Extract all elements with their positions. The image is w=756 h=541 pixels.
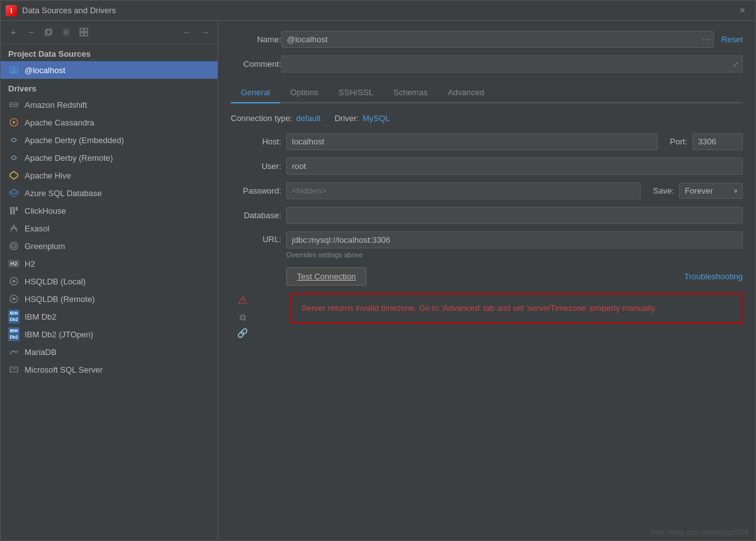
svg-marker-12 [10,172,18,179]
settings-button[interactable] [59,25,74,40]
driver-label-h2: H2 [25,259,35,269]
url-row: URL: [231,231,743,248]
driver-label-ibm-db2: IBM Db2 [25,312,57,322]
tab-options[interactable]: Options [280,83,329,103]
reset-button[interactable]: Reset [721,35,743,44]
driver-item-apache-derby-remote[interactable]: Apache Derby (Remote) [1,149,218,166]
save-label: Save: [653,186,674,195]
driver-label-mariadb: MariaDB [25,347,57,357]
copy-button[interactable] [41,25,56,40]
error-warning-icon: ⚠ [238,293,248,307]
conn-type-label: Connection type: [231,113,293,123]
database-input[interactable] [286,207,743,224]
comment-label: Comment: [231,59,281,69]
expand-icon[interactable]: ⤢ [733,60,739,69]
add-button[interactable]: + [6,25,21,40]
driver-item-azure-sql[interactable]: Azure SQL Database [1,184,218,202]
save-select[interactable]: Forever Until restart Never [679,183,743,199]
host-port-row: Host: Port: [231,133,743,150]
conn-type-row: Connection type: default Driver: MySQL [231,113,743,123]
driver-item-greenplum[interactable]: Greenplum [1,237,218,255]
greenplum-icon [8,240,20,252]
driver-item-hsqldb-local[interactable]: HSQLDB (Local) [1,272,218,290]
drivers-section-title: Drivers [1,79,218,96]
close-button[interactable]: × [735,3,750,19]
error-copy-icon[interactable]: ⧉ [240,312,246,323]
comment-input-wrap: ⤢ [281,55,743,73]
conn-type-value[interactable]: default [296,113,321,123]
svg-rect-15 [16,207,18,211]
svg-rect-4 [84,28,88,32]
driver-item-ibm-db2-jtopen[interactable]: IBMDb2 IBM Db2 (JTOpen) [1,325,218,343]
apache-hive-icon [8,170,20,181]
troubleshooting-link[interactable]: Troubleshooting [684,272,743,281]
error-message-box: Server returns invalid timezone. Go to '… [290,293,743,323]
host-input[interactable] [286,133,658,150]
error-area: ⚠ ⧉ 🔗 Server returns invalid timezone. G… [259,293,743,323]
apache-cassandra-icon [8,117,20,128]
driver-label-apache-cassandra: Apache Cassandra [25,118,95,127]
port-input[interactable] [692,133,743,150]
driver-label-apache-derby-embedded: Apache Derby (Embedded) [25,136,124,145]
tab-schemas[interactable]: Schemas [383,83,438,103]
driver-item-clickhouse[interactable]: ClickHouse [1,202,218,219]
user-row: User: [231,158,743,175]
name-input[interactable] [281,31,714,48]
svg-rect-0 [45,30,50,35]
driver-item-mariadb[interactable]: MariaDB [1,343,218,361]
svg-point-2 [65,31,67,33]
svg-rect-1 [47,29,52,34]
driver-label-exasol: Exasol [25,224,49,233]
port-label: Port: [670,137,687,146]
sidebar-toolbar: + − [1,21,218,44]
driver-item-apache-hive[interactable]: Apache Hive [1,166,218,184]
forward-button[interactable]: → [197,25,212,40]
driver-item-apache-derby-embedded[interactable]: Apache Derby (Embedded) [1,131,218,149]
amazon-redshift-icon [8,99,20,110]
ibm-db2-jtopen-icon: IBMDb2 [8,329,20,340]
remove-button[interactable]: − [23,25,38,40]
driver-label-mssql: Microsoft SQL Server [25,365,103,375]
database-row: Database: [231,207,743,224]
driver-item-apache-cassandra[interactable]: Apache Cassandra [1,113,218,131]
name-label: Name: [231,35,281,44]
driver-label-hsqldb-local: HSQLDB (Local) [25,277,86,286]
driver-item-amazon-redshift[interactable]: Amazon Redshift [1,96,218,113]
tab-advanced[interactable]: Advanced [438,83,494,103]
tab-general[interactable]: General [231,83,280,103]
password-row: Password: Save: Forever Until restart Ne… [231,182,743,199]
url-hint: Overrides settings above [286,251,743,259]
driver-item-h2[interactable]: H2 H2 [1,255,218,272]
driver-label-greenplum: Greenplum [25,241,65,251]
mariadb-icon [8,346,20,358]
svg-point-19 [10,242,18,250]
watermark: https://blog.csdn.net/dongzh029 [650,528,748,536]
tab-ssh-ssl[interactable]: SSH/SSL [329,83,383,103]
password-input[interactable] [286,182,641,199]
project-item-localhost[interactable]: @localhost [1,61,218,79]
layout-button[interactable] [76,25,91,40]
name-input-ellipsis-icon: ⋯ [702,35,710,44]
clickhouse-icon [8,205,20,216]
url-input[interactable] [286,231,743,248]
sidebar: + − [1,21,218,540]
save-select-wrap: Forever Until restart Never ▼ [679,183,743,199]
svg-rect-14 [13,207,15,214]
svg-point-20 [12,244,16,248]
driver-item-exasol[interactable]: Exasol [1,219,218,237]
back-button[interactable]: ← [180,25,195,40]
main-content: + − [1,21,755,540]
user-input[interactable] [286,158,743,175]
error-link-icon[interactable]: 🔗 [237,328,248,338]
database-label: Database: [231,211,281,220]
driver-item-ibm-db2[interactable]: IBMDb2 IBM Db2 [1,308,218,325]
driver-item-mssql[interactable]: Microsoft SQL Server [1,361,218,378]
driver-item-hsqldb-remote[interactable]: HSQLDB (Remote) [1,290,218,308]
driver-label-clickhouse: ClickHouse [25,206,66,216]
test-connection-button[interactable]: Test Connection [286,267,366,286]
driver-value[interactable]: MySQL [363,113,390,123]
project-section-title: Project Data Sources [1,44,218,61]
comment-input[interactable] [281,55,743,73]
svg-point-11 [13,121,15,124]
right-panel: Name: ⋯ Reset Comment: ⤢ General Options [218,21,755,540]
